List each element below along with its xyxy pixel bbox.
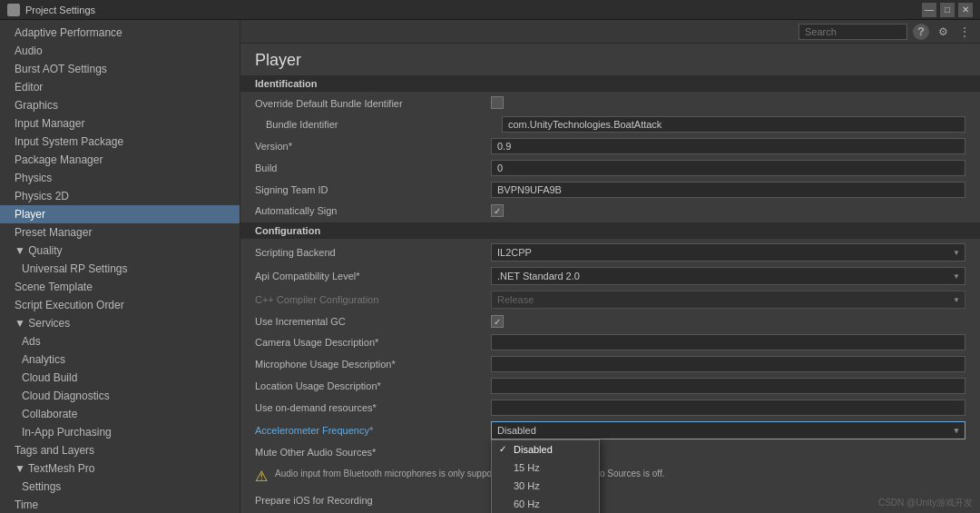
version-row: Version* (240, 135, 980, 157)
api-compat-label: Api Compatibility Level* (255, 271, 491, 281)
api-compat-row: Api Compatibility Level* .NET Standard 2… (240, 264, 980, 288)
sidebar-item-textmesh-pro[interactable]: ▼ TextMesh Pro (0, 459, 240, 478)
sidebar-item-input-system-package[interactable]: Input System Package (0, 133, 240, 151)
build-value (491, 160, 965, 176)
incremental-gc-checkbox[interactable] (491, 315, 504, 328)
version-input[interactable] (491, 138, 965, 154)
bundle-id-value (502, 116, 965, 133)
build-row: Build (240, 157, 980, 179)
cpp-compiler-wrapper: Release (491, 291, 965, 309)
on-demand-label: Use on-demand resources* (255, 402, 491, 413)
bundle-id-input[interactable] (502, 116, 965, 133)
help-icon-button[interactable]: ? (913, 24, 929, 40)
on-demand-input[interactable] (491, 400, 965, 416)
signing-team-input[interactable] (491, 182, 965, 198)
close-button[interactable]: ✕ (958, 3, 973, 17)
sidebar-item-physics-2d[interactable]: Physics 2D (0, 187, 240, 205)
api-compat-wrapper: .NET Standard 2.0 .NET 4.x (491, 267, 965, 285)
settings-icon-button[interactable]: ⚙ (935, 24, 951, 40)
override-bundle-label: Override Default Bundle Identifier (255, 98, 491, 109)
accelerometer-value: Disabled (497, 425, 536, 436)
sidebar-item-burst-aot[interactable]: Burst AOT Settings (0, 60, 240, 78)
dropdown-item-15hz[interactable]: 15 Hz (492, 459, 599, 477)
sidebar-item-settings[interactable]: Settings (0, 478, 240, 496)
warning-text: Audio input from Bluetooth microphones i… (275, 468, 665, 480)
sidebar-item-analytics[interactable]: Analytics (0, 350, 240, 369)
sidebar-item-script-execution-order[interactable]: Script Execution Order (0, 296, 240, 314)
configuration-section-header: Configuration (240, 222, 980, 239)
camera-usage-row: Camera Usage Description* (240, 331, 980, 353)
build-input[interactable] (491, 160, 965, 176)
camera-usage-input[interactable] (491, 334, 965, 350)
content-header: Player (240, 44, 980, 74)
location-usage-input[interactable] (491, 378, 965, 394)
more-icon-button[interactable]: ⋮ (956, 24, 973, 40)
incremental-gc-label: Use Incremental GC (255, 316, 491, 327)
sidebar-item-editor[interactable]: Editor (0, 78, 240, 96)
microphone-usage-label: Microphone Usage Description* (255, 359, 491, 370)
cpp-compiler-row: C++ Compiler Configuration Release (240, 288, 980, 311)
dropdown-item-30hz[interactable]: 30 Hz (492, 477, 599, 495)
build-label: Build (255, 163, 491, 173)
microphone-usage-input[interactable] (491, 356, 965, 372)
sidebar-item-in-app-purchasing[interactable]: In-App Purchasing (0, 423, 240, 441)
api-compat-select[interactable]: .NET Standard 2.0 .NET 4.x (491, 267, 965, 285)
on-demand-value (491, 400, 965, 416)
sidebar-item-player[interactable]: Player (0, 205, 240, 223)
sidebar-item-package-manager[interactable]: Package Manager (0, 151, 240, 169)
accelerometer-wrapper: Disabled ▼ Disabled 15 Hz 30 Hz 60 Hz 10… (491, 421, 965, 439)
search-input[interactable] (799, 24, 907, 40)
sidebar-item-scene-template[interactable]: Scene Template (0, 278, 240, 296)
scripting-backend-wrapper: IL2CPP Mono (491, 243, 965, 261)
prepare-ios-label: Prepare iOS for Recording (255, 495, 491, 506)
auto-sign-value (491, 204, 965, 217)
on-demand-row: Use on-demand resources* (240, 397, 980, 419)
camera-usage-value (491, 334, 965, 350)
warning-box: ⚠ Audio input from Bluetooth microphones… (240, 462, 980, 490)
maximize-button[interactable]: □ (940, 3, 955, 17)
signing-team-label: Signing Team ID (255, 184, 491, 195)
prepare-ios-row: Prepare iOS for Recording (240, 490, 980, 510)
sidebar: Adaptive PerformanceAudioBurst AOT Setti… (0, 20, 240, 513)
mute-audio-row: Mute Other Audio Sources* (240, 442, 980, 462)
auto-sign-checkbox[interactable] (491, 204, 504, 217)
dropdown-item-disabled[interactable]: Disabled (492, 440, 599, 459)
override-bundle-checkbox[interactable] (491, 96, 504, 109)
accelerometer-dropdown: Disabled 15 Hz 30 Hz 60 Hz 100 Hz (491, 439, 600, 513)
sidebar-item-audio[interactable]: Audio (0, 42, 240, 60)
content-area: ? ⚙ ⋮ Player Identification Override Def… (240, 20, 980, 513)
sidebar-item-cloud-build[interactable]: Cloud Build (0, 369, 240, 387)
override-bundle-row: Override Default Bundle Identifier (240, 94, 980, 113)
sidebar-item-universal-rp[interactable]: Universal RP Settings (0, 260, 240, 278)
sidebar-item-services[interactable]: ▼ Services (0, 314, 240, 332)
sidebar-item-ads[interactable]: Ads (0, 332, 240, 350)
sidebar-item-cloud-diagnostics[interactable]: Cloud Diagnostics (0, 387, 240, 405)
location-usage-label: Location Usage Description* (255, 380, 491, 391)
cpp-compiler-select[interactable]: Release (491, 291, 965, 309)
sidebar-item-graphics[interactable]: Graphics (0, 96, 240, 114)
microphone-usage-row: Microphone Usage Description* (240, 353, 980, 375)
sidebar-item-collaborate[interactable]: Collaborate (0, 405, 240, 423)
scripting-backend-select[interactable]: IL2CPP Mono (491, 243, 965, 261)
signing-team-value (491, 182, 965, 198)
sidebar-item-preset-manager[interactable]: Preset Manager (0, 223, 240, 242)
signing-team-row: Signing Team ID (240, 179, 980, 201)
sidebar-item-physics[interactable]: Physics (0, 169, 240, 187)
accelerometer-select[interactable]: Disabled (491, 421, 965, 439)
sidebar-item-input-manager[interactable]: Input Manager (0, 114, 240, 133)
sidebar-item-quality[interactable]: ▼ Quality (0, 242, 240, 260)
title-bar-controls: — □ ✕ (922, 3, 973, 17)
sidebar-item-adaptive-performance[interactable]: Adaptive Performance (0, 24, 240, 42)
sidebar-item-time[interactable]: Time (0, 496, 240, 513)
minimize-button[interactable]: — (922, 3, 936, 17)
watermark: CSDN @Unity游戏开发 (878, 497, 973, 509)
main-container: Adaptive PerformanceAudioBurst AOT Setti… (0, 20, 980, 513)
page-title: Player (255, 51, 965, 70)
version-label: Version* (255, 141, 491, 152)
accelerometer-label: Accelerometer Frequency* (255, 425, 491, 436)
dropdown-item-60hz[interactable]: 60 Hz (492, 495, 599, 513)
auto-sign-row: Automatically Sign (240, 201, 980, 221)
title-bar-icon (7, 4, 20, 16)
scripting-backend-row: Scripting Backend IL2CPP Mono (240, 241, 980, 264)
sidebar-item-tags-and-layers[interactable]: Tags and Layers (0, 441, 240, 459)
